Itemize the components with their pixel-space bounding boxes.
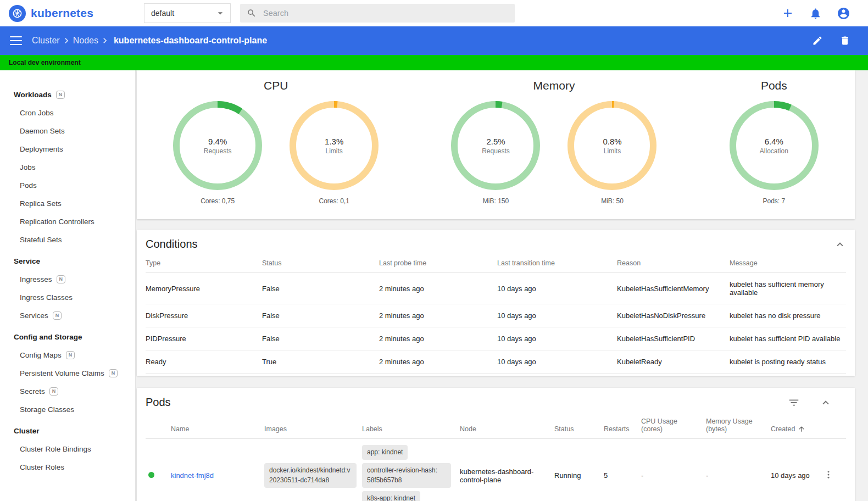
sidebar-item-label: Service	[14, 257, 40, 265]
pods-allocation-title: Pods	[728, 79, 820, 92]
pods-collapse-button[interactable]	[820, 397, 832, 409]
sidebar-item-services[interactable]: ServicesN	[0, 307, 135, 325]
pencil-icon	[812, 35, 823, 46]
sidebar-item-label: Workloads	[14, 91, 52, 99]
pods-header-menu	[824, 415, 846, 439]
chevron-up-icon	[820, 397, 832, 409]
kebab-menu-icon	[824, 470, 833, 480]
breadcrumb-bar: Cluster Nodes kubernetes-dashboard-contr…	[0, 26, 868, 55]
sidebar-item-replica-sets[interactable]: Replica Sets	[0, 194, 135, 213]
sidebar-item-storage-classes[interactable]: Storage Classes	[0, 400, 135, 419]
donut-label: Requests	[482, 147, 510, 155]
donut-value: 9.4%	[208, 137, 227, 146]
sort-arrow-up-icon	[798, 425, 805, 433]
condition-reason: KubeletHasSufficientMemory	[617, 273, 730, 304]
pod-labels: app: kindnet controller-revision-hash: 5…	[362, 443, 454, 501]
sidebar-item-label: Ingress Classes	[20, 293, 73, 302]
pods-title: Pods	[146, 396, 171, 409]
sidebar-item-persistent-volume-claims[interactable]: Persistent Volume ClaimsN	[0, 364, 135, 382]
home-logo-link[interactable]: kubernetes	[9, 5, 93, 22]
namespace-value: default	[151, 9, 174, 18]
allocation-card: CPU 9.4% Requests	[137, 70, 855, 219]
pod-created-cell: 10 days ago	[771, 439, 824, 501]
pod-cpu-cell: -	[641, 439, 706, 501]
sidebar-item-cluster-role-bindings[interactable]: Cluster Role Bindings	[0, 440, 135, 458]
pod-actions-menu-button[interactable]	[824, 470, 833, 480]
chevron-up-icon	[834, 238, 846, 250]
condition-type: DiskPressure	[146, 304, 262, 327]
breadcrumb-link-cluster[interactable]: Cluster	[32, 36, 60, 46]
sidebar-item-label: Cron Jobs	[20, 109, 54, 117]
conditions-header-last-probe: Last probe time	[379, 257, 497, 273]
donut-value: 6.4%	[765, 137, 783, 146]
pods-header-name[interactable]: Name	[171, 415, 264, 439]
conditions-title: Conditions	[146, 238, 198, 250]
search-input[interactable]	[263, 9, 508, 18]
resource-actions	[812, 35, 859, 46]
hamburger-icon	[10, 44, 22, 45]
pods-header-status: Status	[554, 415, 604, 439]
namespace-selector[interactable]: default	[144, 3, 231, 23]
conditions-header-message: Message	[730, 257, 846, 273]
sidebar-item-deployments[interactable]: Deployments	[0, 140, 135, 158]
menu-button[interactable]	[10, 36, 22, 45]
sidebar-item-label: Services	[20, 311, 48, 320]
account-button[interactable]	[837, 7, 850, 20]
sidebar-item-jobs[interactable]: Jobs	[0, 158, 135, 176]
sidebar-item-daemon-sets[interactable]: Daemon Sets	[0, 122, 135, 140]
create-resource-button[interactable]	[781, 7, 794, 20]
sidebar-item-workloads[interactable]: WorkloadsN	[0, 86, 135, 104]
pods-header-created[interactable]: Created	[771, 415, 824, 439]
sidebar-item-config-maps[interactable]: Config MapsN	[0, 346, 135, 364]
conditions-collapse-button[interactable]	[834, 238, 846, 250]
new-badge: N	[109, 369, 118, 377]
condition-reason: KubeletHasNoDiskPressure	[617, 304, 730, 327]
sidebar-item-replication-controllers[interactable]: Replication Controllers	[0, 213, 135, 231]
chevron-down-icon	[215, 8, 226, 19]
sidebar-item-label: Secrets	[20, 387, 45, 396]
pod-image-chip: docker.io/kindest/kindnetd:v20230511-dc7…	[264, 463, 357, 488]
donut-footer: Pods: 7	[763, 197, 785, 205]
sidebar-item-cron-jobs[interactable]: Cron Jobs	[0, 104, 135, 122]
sidebar-item-ingresses[interactable]: IngressesN	[0, 270, 135, 288]
sidebar-item-cluster[interactable]: Cluster	[0, 422, 135, 440]
sidebar-item-cluster-roles[interactable]: Cluster Roles	[0, 458, 135, 476]
pod-label-chip: controller-revision-hash: 58f5b657b8	[362, 463, 451, 488]
sidebar-item-label: Cluster Roles	[20, 463, 64, 471]
condition-reason: KubeletHasSufficientPID	[617, 327, 730, 350]
pods-group: Pods 6.4% Allocation	[728, 76, 820, 205]
condition-last-probe: 2 minutes ago	[379, 273, 497, 304]
sidebar-item-label: Config Maps	[20, 351, 62, 359]
edit-button[interactable]	[812, 35, 823, 46]
trash-icon	[839, 35, 850, 46]
pods-filter-button[interactable]	[788, 397, 800, 409]
sidebar-item-config-and-storage[interactable]: Config and Storage	[0, 328, 135, 346]
pod-name-link[interactable]: kindnet-fmj8d	[171, 471, 214, 480]
condition-type: MemoryPressure	[146, 273, 262, 304]
new-badge: N	[66, 351, 75, 359]
cpu-title: CPU	[172, 79, 380, 92]
conditions-card: Conditions Type Status Last probe time	[137, 230, 855, 376]
donut-value: 2.5%	[486, 137, 505, 146]
pods-header-images: Images	[264, 415, 362, 439]
account-icon	[837, 7, 850, 20]
delete-button[interactable]	[839, 35, 850, 46]
sidebar-item-label: Cluster Role Bindings	[20, 445, 91, 453]
sidebar-item-ingress-classes[interactable]: Ingress Classes	[0, 288, 135, 307]
breadcrumb: Cluster Nodes kubernetes-dashboard-contr…	[32, 35, 267, 46]
sidebar-item-pods[interactable]: Pods	[0, 176, 135, 194]
notifications-button[interactable]	[809, 7, 822, 20]
kubernetes-logo-icon	[9, 5, 26, 22]
sidebar-item-secrets[interactable]: SecretsN	[0, 382, 135, 400]
condition-last-transition: 10 days ago	[497, 304, 617, 327]
sidebar-item-label: Pods	[20, 181, 37, 190]
conditions-header-last-transition: Last transition time	[497, 257, 617, 273]
sidebar-item-stateful-sets[interactable]: Stateful Sets	[0, 231, 135, 249]
donut-label: Allocation	[760, 147, 788, 155]
pods-header-restarts: Restarts	[604, 415, 641, 439]
pods-header-labels: Labels	[362, 415, 460, 439]
condition-status: False	[262, 304, 379, 327]
sidebar-item-service[interactable]: Service	[0, 252, 135, 270]
main-content: CPU 9.4% Requests	[136, 70, 868, 501]
breadcrumb-link-nodes[interactable]: Nodes	[73, 36, 98, 46]
